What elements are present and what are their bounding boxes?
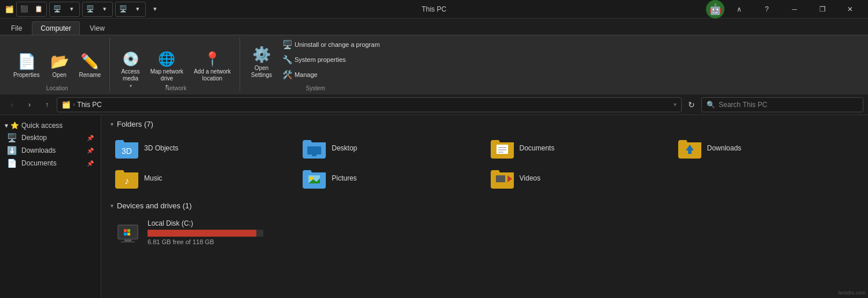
drive-c[interactable]: Local Disk (C:) 6.81 GB free of 118 GB (111, 216, 859, 249)
properties-label: Properties (13, 72, 40, 79)
sidebar-item-downloads[interactable]: ⬇️ Downloads 📌 (0, 144, 101, 157)
folder-pictures-label: Pictures (332, 174, 356, 182)
qat-btn-3[interactable]: 🖥️ (50, 3, 64, 16)
folder-pictures[interactable]: Pictures (298, 164, 483, 192)
add-network-location-label: Add a networklocation (194, 68, 231, 82)
folder-documents[interactable]: Documents (486, 134, 671, 162)
drive-c-icon (115, 220, 141, 245)
network-group-content: 💿 Accessmedia ▾ 🌐 Map networkdrive ▾ 📍 A… (117, 38, 234, 84)
folder-icon-music: ♪ (115, 168, 138, 189)
refresh-button[interactable]: ↻ (684, 97, 699, 112)
quick-access-label: Quick access (21, 122, 62, 130)
ribbon-group-network: 💿 Accessmedia ▾ 🌐 Map networkdrive ▾ 📍 A… (112, 38, 240, 91)
watermark: lwstdrs.com (838, 290, 866, 296)
documents-sidebar-icon: 📄 (7, 159, 17, 168)
svg-rect-17 (121, 241, 135, 242)
folders-grid: 3D 3D Objects Desktop (111, 134, 859, 192)
sidebar-documents-label: Documents (21, 159, 57, 167)
add-network-location-icon: 📍 (204, 51, 221, 67)
drive-c-bar-bg (148, 230, 263, 237)
properties-button[interactable]: 📄 Properties (9, 48, 44, 82)
network-group-label: Network (165, 84, 187, 91)
forward-button[interactable]: › (22, 97, 37, 112)
svg-rect-19 (127, 229, 130, 232)
help-button[interactable]: ? (753, 0, 780, 19)
svg-rect-16 (124, 240, 131, 241)
open-button[interactable]: 📂 Open (46, 48, 73, 82)
back-button[interactable]: ‹ (5, 97, 20, 112)
uninstall-button[interactable]: 🖥️ Uninstall or change a program (278, 38, 384, 51)
ribbon-content: 📄 Properties 📂 Open ✏️ Rename Location 💿 (0, 35, 868, 94)
qat-btn-2[interactable]: 📋 (32, 3, 46, 16)
map-network-drive-label: Map networkdrive (150, 68, 183, 82)
open-settings-label: OpenSettings (251, 65, 272, 79)
window-controls: 🤖 ∧ ? ─ ❐ ✕ (706, 0, 863, 19)
rename-label: Rename (79, 72, 101, 79)
drives-header-label: Devices and drives (1) (117, 201, 192, 210)
quick-access-toolbar-2: 🖥️ ▾ (49, 2, 80, 17)
pin-icon-documents: 📌 (87, 160, 94, 167)
qat-btn-1[interactable]: ⬛ (17, 3, 31, 16)
quick-access-chevron: ▾ (5, 122, 8, 130)
collapse-ribbon-button[interactable]: ∧ (726, 0, 752, 19)
qat-btn-5[interactable]: 🖥️ (116, 3, 130, 16)
folder-music[interactable]: ♪ Music (111, 164, 296, 192)
svg-text:3D: 3D (122, 146, 132, 156)
folder-desktop[interactable]: Desktop (298, 134, 483, 162)
maximize-button[interactable]: ❐ (809, 0, 836, 19)
svg-rect-1 (307, 146, 321, 154)
sidebar-item-desktop[interactable]: 🖥️ Desktop 📌 (0, 131, 101, 144)
tab-view[interactable]: View (81, 21, 113, 35)
qat-dropdown-1[interactable]: ▾ (65, 3, 79, 16)
svg-point-10 (310, 176, 313, 180)
manage-button[interactable]: 🛠️ Manage (278, 68, 384, 82)
app-icon: 🗂️ (5, 5, 14, 14)
close-button[interactable]: ✕ (837, 0, 863, 19)
rename-icon: ✏️ (80, 53, 99, 71)
open-settings-button[interactable]: ⚙️ OpenSettings (247, 48, 276, 82)
ribbon: File Computer View 📄 Properties 📂 Open ✏… (0, 19, 868, 94)
user-avatar: 🤖 (706, 0, 724, 19)
tab-file[interactable]: File (2, 21, 31, 35)
up-button[interactable]: ↑ (39, 97, 54, 112)
rename-button[interactable]: ✏️ Rename (75, 48, 105, 82)
search-bar[interactable]: 🔍 Search This PC (701, 97, 863, 112)
folders-chevron: ▾ (111, 121, 113, 127)
minimize-button[interactable]: ─ (781, 0, 808, 19)
title-bar-left: 🗂️ ⬛ 📋 🖥️ ▾ 🖥️ ▾ 🖥️ ▾ ▾ (5, 2, 162, 17)
add-network-location-button[interactable]: 📍 Add a networklocation (190, 48, 235, 82)
tab-computer[interactable]: Computer (32, 21, 80, 35)
qat-btn-4[interactable]: 🖥️ (83, 3, 97, 16)
folder-3d-label: 3D Objects (144, 144, 178, 152)
folder-videos-label: Videos (520, 174, 540, 182)
pin-icon-desktop: 📌 (87, 135, 94, 141)
map-network-drive-button[interactable]: 🌐 Map networkdrive ▾ (146, 48, 187, 82)
quick-access-toolbar-3: 🖥️ ▾ (82, 2, 113, 17)
qat-dropdown-3[interactable]: ▾ (131, 3, 145, 16)
address-dropdown-arrow[interactable]: ▾ (674, 101, 676, 108)
search-placeholder: Search This PC (719, 101, 767, 109)
quick-access-header[interactable]: ▾ ⭐ Quick access (0, 120, 101, 131)
folder-icon-desktop (303, 138, 326, 159)
folder-downloads-label: Downloads (707, 144, 741, 152)
svg-rect-2 (312, 154, 317, 156)
folder-downloads[interactable]: Downloads (674, 134, 859, 162)
folder-music-label: Music (144, 174, 162, 182)
access-media-button[interactable]: 💿 Accessmedia ▾ (117, 48, 144, 82)
access-media-label: Accessmedia (121, 68, 139, 82)
access-media-arrow: ▾ (130, 83, 132, 89)
address-bar[interactable]: 🗂️ › This PC ▾ (57, 97, 682, 112)
drives-section-header[interactable]: ▾ Devices and drives (1) (111, 201, 859, 210)
qat-dropdown-2[interactable]: ▾ (98, 3, 112, 16)
sidebar-desktop-label: Desktop (21, 134, 47, 142)
sidebar-item-documents[interactable]: 📄 Documents 📌 (0, 157, 101, 170)
folder-3d-objects[interactable]: 3D 3D Objects (111, 134, 296, 162)
uninstall-label: Uninstall or change a program (295, 41, 380, 48)
system-properties-icon: 🔧 (282, 55, 292, 64)
desktop-sidebar-icon: 🖥️ (7, 133, 17, 142)
qat-customize[interactable]: ▾ (148, 3, 162, 16)
system-properties-button[interactable]: 🔧 System properties (278, 53, 384, 67)
folders-section-header[interactable]: ▾ Folders (7) (111, 120, 859, 128)
main-area: ▾ ⭐ Quick access 🖥️ Desktop 📌 ⬇️ Downloa… (0, 115, 868, 298)
folder-videos[interactable]: Videos (486, 164, 671, 192)
